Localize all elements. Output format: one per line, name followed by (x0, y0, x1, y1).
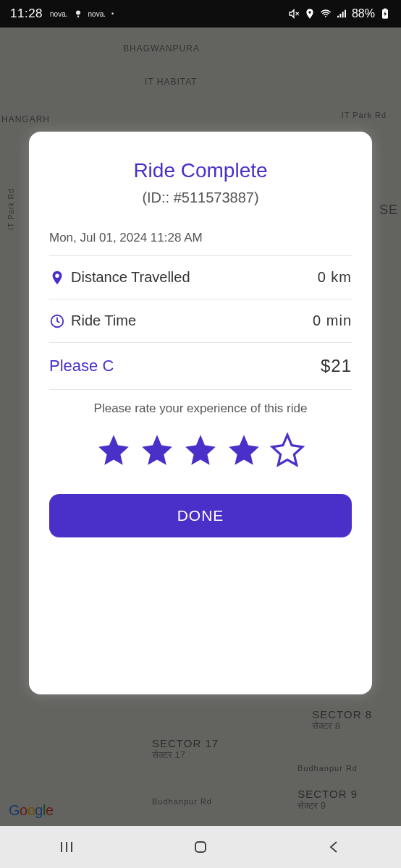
svg-rect-7 (195, 842, 206, 852)
time-label: Ride Time (71, 312, 136, 329)
status-left: 11:28 nova. nova. • (10, 7, 114, 21)
price-row: Please C $21 (49, 343, 352, 390)
svg-point-1 (308, 11, 311, 13)
star-3[interactable] (182, 432, 219, 468)
svg-point-0 (76, 11, 80, 15)
star-rating (49, 432, 352, 468)
svg-point-5 (55, 273, 59, 278)
battery-charging-icon (379, 8, 391, 20)
ride-id: (ID:: #511573887) (49, 190, 352, 206)
home-button[interactable] (161, 833, 240, 861)
done-button[interactable]: DONE (49, 494, 352, 537)
modal-title: Ride Complete (49, 159, 352, 182)
rate-prompt: Please rate your experience of this ride (49, 401, 352, 416)
distance-label: Distance Travelled (71, 269, 190, 286)
distance-value: 0 km (318, 269, 352, 286)
star-2[interactable] (139, 432, 175, 468)
status-bar: 11:28 nova. nova. • 88% (0, 0, 401, 27)
location-pin-icon (49, 270, 65, 286)
navigation-bar (0, 826, 401, 868)
status-right: 88% (288, 7, 391, 20)
notification-icons: nova. nova. • (50, 9, 114, 18)
star-1[interactable] (96, 432, 132, 468)
svg-rect-4 (384, 9, 387, 10)
status-time: 11:28 (10, 7, 43, 21)
time-row: Ride Time 0 min (49, 299, 352, 343)
price-label: Please C (49, 357, 114, 375)
time-value: 0 min (313, 312, 352, 329)
clock-icon (49, 313, 65, 329)
location-icon (304, 8, 316, 20)
distance-row: Distance Travelled 0 km (49, 256, 352, 299)
mute-icon (288, 8, 300, 20)
wifi-icon (320, 8, 332, 20)
signal-icon (336, 8, 347, 20)
recents-button[interactable] (27, 833, 106, 861)
star-5[interactable] (269, 432, 305, 468)
star-4[interactable] (226, 432, 262, 468)
ride-complete-modal: Ride Complete (ID:: #511573887) Mon, Jul… (29, 132, 372, 694)
svg-point-2 (325, 16, 326, 17)
notification-icon (74, 9, 83, 18)
price-value: $21 (321, 356, 352, 376)
dot-icon: • (111, 10, 114, 17)
ride-datetime: Mon, Jul 01, 2024 11:28 AM (49, 231, 352, 256)
back-button[interactable] (295, 833, 374, 861)
battery-text: 88% (352, 7, 375, 20)
